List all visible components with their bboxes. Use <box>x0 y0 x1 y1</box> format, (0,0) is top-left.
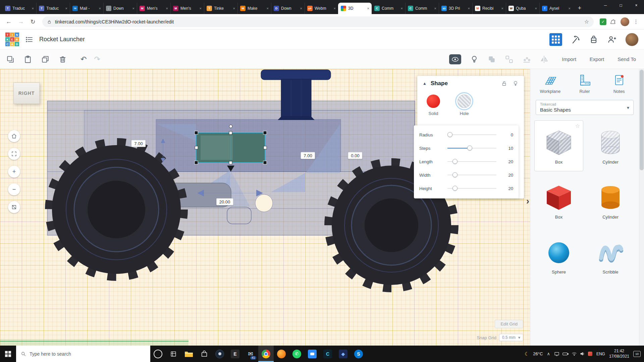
ungroup-icon[interactable] <box>505 55 514 64</box>
tab-close-icon[interactable]: × <box>32 6 34 10</box>
dashboard-grid-button[interactable] <box>549 33 562 46</box>
taskbar-app-store[interactable] <box>197 346 212 362</box>
tab-close-icon[interactable]: × <box>300 6 302 10</box>
lock-icon[interactable] <box>501 80 507 86</box>
tray-expand-chevron[interactable]: ∧ <box>547 351 550 356</box>
browser-tab[interactable]: CComm× <box>372 3 405 14</box>
tab-close-icon[interactable]: × <box>166 6 168 10</box>
user-avatar[interactable] <box>625 33 639 46</box>
browser-profile-avatar[interactable] <box>621 17 629 26</box>
browser-tab[interactable]: MMen's× <box>137 3 170 14</box>
taskbar-search[interactable]: Type here to search <box>16 346 150 362</box>
dimension-label[interactable]: 7.00 <box>131 140 146 147</box>
steps-slider[interactable] <box>447 148 496 148</box>
browser-tab[interactable]: fAysel× <box>539 3 573 14</box>
start-button[interactable] <box>0 346 16 362</box>
browser-tab[interactable]: DDown× <box>271 3 305 14</box>
hide-selected-button[interactable] <box>449 54 461 64</box>
browser-tab[interactable]: MMen's× <box>170 3 204 14</box>
backpack-icon[interactable] <box>589 35 598 44</box>
taskbar-app-cortana[interactable] <box>150 346 166 362</box>
sidebar-scrollbar[interactable] <box>639 69 644 346</box>
shape-item-box[interactable]: Box <box>534 175 583 226</box>
weather-moon-icon[interactable]: ☾ <box>525 351 529 357</box>
workplane-tool[interactable]: Workplane <box>535 74 566 94</box>
tab-close-icon[interactable]: × <box>200 6 202 10</box>
browser-tab[interactable]: TTinke× <box>204 3 237 14</box>
copy-icon[interactable] <box>6 55 15 64</box>
language-indicator[interactable]: ENG <box>596 352 605 356</box>
taskbar-app-epic[interactable]: E <box>227 346 243 362</box>
browser-tab[interactable]: TTraduc× <box>36 3 70 14</box>
tab-close-icon[interactable]: × <box>501 6 503 10</box>
slider-knob[interactable] <box>452 159 458 164</box>
refresh-button[interactable]: ↻ <box>28 16 38 27</box>
tab-close-icon[interactable]: × <box>569 6 571 10</box>
solid-option[interactable]: Solid <box>427 95 440 116</box>
window-minimize-button[interactable]: ─ <box>598 0 613 11</box>
model-hole-circle[interactable] <box>255 194 273 212</box>
browser-tab-active[interactable]: 3D× <box>338 3 372 14</box>
3d-viewport[interactable]: RIGHT + − 7.00 7.00 0.00 20.00 <box>0 69 530 346</box>
window-maximize-button[interactable]: □ <box>613 0 629 11</box>
taskbar-task-view[interactable] <box>166 346 181 362</box>
notes-tool[interactable]: Notes <box>604 74 635 94</box>
import-button[interactable]: Import <box>562 56 576 62</box>
taskbar-clock[interactable]: 21:42 17/08/2021 <box>609 349 629 359</box>
add-collaborator-icon[interactable] <box>607 35 616 44</box>
undo-icon[interactable]: ↶ <box>80 55 87 64</box>
tab-close-icon[interactable]: × <box>65 6 67 10</box>
browser-tab[interactable]: MRecibi× <box>472 3 506 14</box>
visibility-bulb-icon[interactable] <box>513 80 519 86</box>
browser-tab[interactable]: CComm× <box>405 3 439 14</box>
tab-close-icon[interactable]: × <box>468 6 470 10</box>
width-slider[interactable] <box>447 175 496 175</box>
shape-item-cylinder[interactable]: Cylinder <box>586 175 635 226</box>
fit-view-button[interactable] <box>8 148 20 160</box>
weather-temperature[interactable]: 26°C <box>533 351 543 356</box>
design-title[interactable]: Rocket Launcher <box>39 36 85 43</box>
orthographic-view-button[interactable] <box>8 201 20 213</box>
tab-close-icon[interactable]: × <box>233 6 235 10</box>
zoom-out-button[interactable]: − <box>8 183 20 195</box>
dimension-label[interactable]: 7.00 <box>301 152 315 159</box>
browser-tab[interactable]: 3D3D Pri× <box>439 3 472 14</box>
taskbar-app-mail[interactable]: ✉41 <box>243 346 258 362</box>
shape-item-cylinder-hole[interactable]: Cylinder <box>586 120 635 171</box>
tab-close-icon[interactable]: × <box>434 6 436 10</box>
redo-icon[interactable]: ↷ <box>94 55 100 64</box>
snap-grid-select[interactable]: 0.5 mm ▾ <box>499 334 523 341</box>
favorite-star-icon[interactable]: ☆ <box>575 123 580 129</box>
browser-tab[interactable]: cPWebm× <box>305 3 338 14</box>
taskbar-app-firefox[interactable] <box>274 346 289 362</box>
wifi-icon[interactable] <box>572 352 577 356</box>
browser-tab[interactable]: WQuba× <box>506 3 539 14</box>
volume-icon[interactable] <box>580 352 585 356</box>
send-to-button[interactable]: Send To <box>618 56 636 62</box>
scrollbar-thumb[interactable] <box>640 70 644 170</box>
tab-close-icon[interactable]: × <box>401 6 403 10</box>
radius-slider[interactable] <box>447 134 496 135</box>
tab-close-icon[interactable]: × <box>267 6 269 10</box>
taskbar-app-steam[interactable] <box>212 346 227 362</box>
slider-knob[interactable] <box>452 186 458 191</box>
taskbar-app-chrome[interactable] <box>258 346 274 362</box>
hole-swatch[interactable] <box>458 95 471 108</box>
paste-icon[interactable] <box>23 55 32 64</box>
shape-item-scribble[interactable]: Scribble <box>586 230 635 281</box>
taskbar-app-cyberlink[interactable]: C <box>320 346 335 362</box>
slider-knob[interactable] <box>467 145 472 150</box>
selected-box[interactable] <box>196 133 265 163</box>
panel-collapse-icon[interactable]: ▲ <box>423 81 427 86</box>
sidebar-collapse-handle[interactable]: › <box>526 196 529 206</box>
show-all-bulb-icon[interactable] <box>470 55 479 64</box>
notification-center-button[interactable]: 10 <box>633 351 641 357</box>
shape-item-sphere[interactable]: Sphere <box>534 230 583 281</box>
battery-icon[interactable] <box>562 352 569 356</box>
bookmark-star-icon[interactable]: ☆ <box>584 18 589 25</box>
dimension-label[interactable]: 20.00 <box>216 198 233 205</box>
back-button[interactable]: ← <box>3 16 14 27</box>
taskbar-app-file-explorer[interactable] <box>181 346 197 362</box>
new-tab-button[interactable]: + <box>575 3 584 13</box>
shape-item-box-hole[interactable]: ☆ Box <box>534 120 583 171</box>
